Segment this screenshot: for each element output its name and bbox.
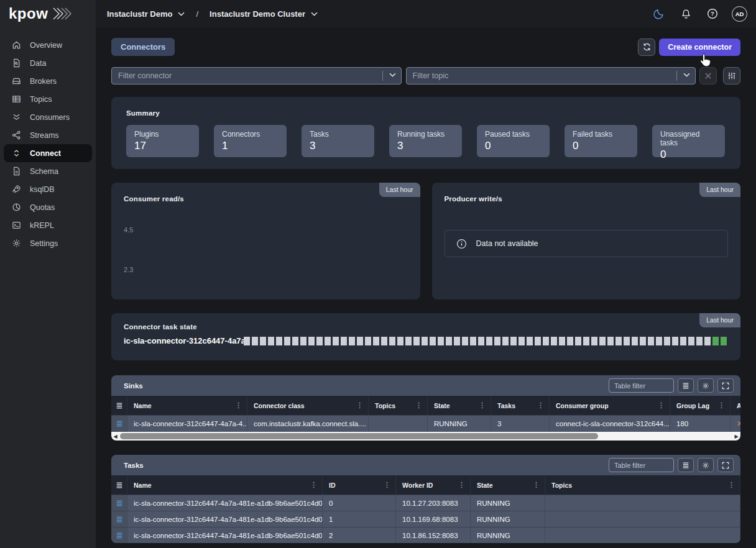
scroll-left-icon[interactable]: ◀ (111, 432, 119, 441)
task-state-square (405, 337, 412, 345)
task-state-square (712, 337, 719, 345)
column-header-group-lag[interactable]: Group Lag (670, 396, 731, 415)
column-menu-icon[interactable] (309, 481, 318, 489)
column-menu-icon[interactable] (477, 401, 487, 409)
column-header-connector-class[interactable]: Connector class (247, 396, 369, 415)
stat-label: Tasks (310, 130, 366, 139)
sidebar-item-quotas[interactable]: Quotas (0, 198, 96, 216)
cell-id: 0 (323, 495, 396, 511)
stat-tasks: Tasks 3 (302, 125, 374, 157)
stat-label: Running tasks (397, 130, 454, 139)
sinks-expand-button[interactable] (717, 378, 734, 393)
tasks-table-row[interactable]: ic-sla-connector-312c6447-4a7a-481e-a1db… (111, 511, 740, 527)
row-menu-icon[interactable] (111, 416, 127, 432)
filter-connector-input[interactable] (111, 67, 402, 84)
row-menu-icon[interactable] (111, 495, 127, 511)
chevron-down-icon[interactable] (389, 73, 396, 77)
cluster-selector[interactable]: Instaclustr Demo Cluster (210, 9, 318, 19)
scrollbar-thumb[interactable] (120, 433, 598, 439)
stat-value: 0 (573, 140, 629, 152)
filter-topic-input[interactable] (406, 67, 696, 84)
logo[interactable]: kpow (0, 0, 96, 27)
info-icon (456, 239, 467, 249)
column-menu-icon[interactable] (532, 481, 541, 489)
advanced-filters-button[interactable] (723, 67, 740, 84)
refresh-button[interactable] (638, 39, 655, 56)
environment-selector[interactable]: Instaclustr Demo (107, 9, 185, 19)
rows-icon[interactable] (111, 475, 127, 495)
last-hour-badge: Last hour (379, 183, 420, 197)
sidebar-item-ksqldb[interactable]: ksqlDB (0, 180, 96, 198)
column-menu-icon[interactable] (457, 481, 466, 489)
column-menu-icon[interactable] (414, 401, 423, 409)
column-menu-icon[interactable] (717, 401, 726, 409)
column-label: State (434, 402, 450, 409)
sidebar-item-brokers[interactable]: Brokers (0, 72, 96, 90)
column-menu-icon[interactable] (382, 481, 392, 489)
column-menu-icon[interactable] (727, 481, 736, 489)
sinks-rows-button[interactable] (678, 378, 694, 393)
column-header-state[interactable]: State (428, 396, 491, 415)
sidebar-item-consumers[interactable]: Consumers (0, 108, 96, 126)
sidebar-item-settings[interactable]: Settings (0, 234, 96, 252)
scroll-right-icon[interactable]: ▶ (732, 432, 740, 441)
y-axis-tick: 2.3 (124, 266, 133, 273)
column-header-topics[interactable]: Topics (545, 475, 740, 495)
column-menu-icon[interactable] (536, 401, 545, 409)
sidebar-item-streams[interactable]: Streams (0, 126, 96, 144)
task-state-square (696, 337, 703, 345)
column-header-worker-id[interactable]: Worker ID (396, 475, 471, 495)
sinks-table-filter-input[interactable] (609, 378, 674, 393)
dark-mode-toggle[interactable] (651, 6, 667, 22)
tasks-settings-button[interactable] (698, 458, 714, 472)
sinks-table-row[interactable]: ic-sla-connector-312c6447-4a7a-4... com.… (111, 415, 740, 432)
sidebar: kpow Overview Data Brokers (0, 0, 96, 548)
column-header-consumer-group[interactable]: Consumer group (550, 396, 670, 415)
sidebar-item-krepl[interactable]: kREPL (0, 216, 96, 234)
sidebar-item-connect[interactable]: Connect (4, 144, 92, 162)
clear-filters-button[interactable] (699, 67, 717, 84)
avatar[interactable]: AD (732, 6, 747, 22)
create-connector-button[interactable]: Create connector (659, 39, 740, 56)
sinks-settings-button[interactable] (698, 378, 714, 393)
task-state-square (615, 337, 622, 345)
cell-name: ic-sla-connector-312c6447-4a7a-481e-a1db… (127, 511, 323, 527)
cell-topics (369, 416, 428, 432)
horizontal-scrollbar[interactable]: ◀ ▶ (111, 432, 740, 441)
task-state-square (413, 337, 420, 345)
cell-connector-class: com.instaclustr.kafka.connect.sla.... (247, 416, 369, 432)
task-state-square (422, 337, 428, 345)
column-menu-icon[interactable] (234, 401, 243, 409)
column-header-id[interactable]: ID (323, 475, 396, 495)
column-header-name[interactable]: Name (127, 396, 247, 415)
row-menu-icon[interactable] (111, 511, 127, 527)
sidebar-item-schema[interactable]: Schema (0, 162, 96, 180)
column-header-state[interactable]: State (471, 475, 545, 495)
tasks-table-row[interactable]: ic-sla-connector-312c6447-4a7a-481e-a1db… (111, 495, 740, 511)
column-header-clipped[interactable]: Au (731, 396, 740, 415)
sidebar-item-topics[interactable]: Topics (0, 90, 96, 108)
cell-worker-id: 10.1.169.68:8083 (396, 511, 471, 527)
rows-icon[interactable] (111, 396, 127, 415)
sidebar-item-data[interactable]: Data (0, 54, 96, 72)
row-menu-icon[interactable] (111, 527, 127, 543)
chevron-down-icon[interactable] (683, 73, 690, 77)
tab-connectors[interactable]: Connectors (111, 38, 175, 56)
column-menu-icon[interactable] (657, 401, 666, 409)
task-state-square (599, 337, 606, 345)
sidebar-item-overview[interactable]: Overview (0, 36, 96, 54)
tasks-table-filter-input[interactable] (609, 458, 674, 472)
column-header-name[interactable]: Name (127, 475, 323, 495)
column-header-tasks[interactable]: Tasks (491, 396, 550, 415)
help-button[interactable]: ? (704, 6, 721, 22)
column-header-topics[interactable]: Topics (369, 396, 428, 415)
notifications-button[interactable] (678, 6, 694, 22)
tasks-rows-button[interactable] (678, 458, 694, 472)
column-menu-icon[interactable] (355, 401, 364, 409)
tasks-expand-button[interactable] (717, 458, 734, 472)
task-state-square (276, 337, 282, 345)
task-state-square (381, 337, 387, 345)
tasks-table-row[interactable]: ic-sla-connector-312c6447-4a7a-481e-a1db… (111, 527, 740, 543)
double-chevron-down-icon (11, 112, 21, 122)
task-state-title: Connector task state (124, 323, 728, 331)
